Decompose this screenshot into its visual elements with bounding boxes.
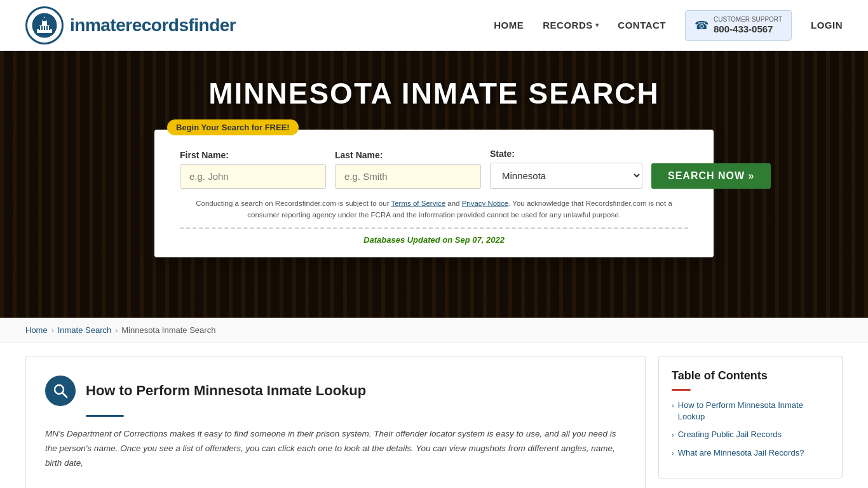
toc-sidebar: Table of Contents ›How to Perform Minnes… <box>658 356 843 478</box>
svg-rect-8 <box>44 26 45 30</box>
article-body: MN's Department of Corrections makes it … <box>45 427 626 471</box>
search-disclaimer: Conducting a search on Recordsfinder.com… <box>180 198 688 221</box>
svg-rect-9 <box>46 26 48 30</box>
toc-list: ›How to Perform Minnesota Inmate Lookup›… <box>672 400 829 459</box>
svg-rect-6 <box>39 26 40 30</box>
article-search-icon <box>45 376 76 406</box>
nav-contact[interactable]: CONTACT <box>618 20 666 30</box>
privacy-link[interactable]: Privacy Notice <box>462 200 509 207</box>
hero-title: MINNESOTA INMATE SEARCH <box>208 76 660 111</box>
svg-rect-10 <box>49 26 50 30</box>
toc-item[interactable]: ›Creating Public Jail Records <box>672 429 829 440</box>
logo-area[interactable]: inmaterecordsfinder <box>25 6 236 44</box>
main-content: How to Perform Minnesota Inmate Lookup M… <box>0 343 868 488</box>
tos-link[interactable]: Terms of Service <box>391 200 445 207</box>
first-name-label: First Name: <box>180 150 326 160</box>
logo-text: inmaterecordsfinder <box>70 15 236 36</box>
article-title: How to Perform Minnesota Inmate Lookup <box>86 383 366 399</box>
breadcrumb-sep-1: › <box>51 326 54 335</box>
breadcrumb-current: Minnesota Inmate Search <box>121 325 215 335</box>
search-form-row: First Name: Last Name: State: Minnesota … <box>180 149 688 189</box>
first-name-input[interactable] <box>180 164 326 189</box>
breadcrumb-sep-2: › <box>115 326 118 335</box>
first-name-field: First Name: <box>180 150 326 189</box>
free-badge: Begin Your Search for FREE! <box>167 119 299 135</box>
last-name-label: Last Name: <box>335 150 481 160</box>
chevron-down-icon: ▾ <box>595 22 599 29</box>
state-select[interactable]: Minnesota Alabama Alaska Arizona Califor… <box>490 163 642 189</box>
search-card: Begin Your Search for FREE! First Name: … <box>154 130 714 257</box>
svg-rect-7 <box>41 26 43 30</box>
chevron-right-icon: › <box>672 430 674 440</box>
nav-login[interactable]: LOGIN <box>811 20 843 30</box>
cs-phone: 800-433-0567 <box>714 24 782 35</box>
logo-icon <box>25 6 64 44</box>
last-name-input[interactable] <box>335 164 481 189</box>
article-heading-row: How to Perform Minnesota Inmate Lookup <box>45 376 626 406</box>
toc-item[interactable]: ›What are Minnesota Jail Records? <box>672 447 829 459</box>
chevron-right-icon: › <box>672 401 674 410</box>
state-field: State: Minnesota Alabama Alaska Arizona … <box>490 149 642 189</box>
toc-title: Table of Contents <box>672 369 829 383</box>
article-divider <box>86 415 124 417</box>
customer-support-button[interactable]: ☎ CUSTOMER SUPPORT 800-433-0567 <box>685 10 792 41</box>
chevron-right-icon: › <box>672 449 674 458</box>
svg-rect-5 <box>43 18 46 21</box>
toc-item[interactable]: ›How to Perform Minnesota Inmate Lookup <box>672 400 829 423</box>
phone-icon: ☎ <box>695 18 709 32</box>
cs-label: CUSTOMER SUPPORT <box>714 16 782 24</box>
hero-section: MINNESOTA INMATE SEARCH Begin Your Searc… <box>0 51 868 318</box>
breadcrumb-home[interactable]: Home <box>25 325 48 335</box>
nav-home[interactable]: HOME <box>494 20 524 30</box>
article-section: How to Perform Minnesota Inmate Lookup M… <box>25 356 646 488</box>
site-header: inmaterecordsfinder HOME RECORDS ▾ CONTA… <box>0 0 868 51</box>
breadcrumb: Home › Inmate Search › Minnesota Inmate … <box>0 318 868 343</box>
toc-divider <box>672 389 691 391</box>
state-label: State: <box>490 149 642 159</box>
breadcrumb-inmate-search[interactable]: Inmate Search <box>58 325 112 335</box>
db-updated: Databases Updated on Sep 07, 2022 <box>180 227 688 245</box>
nav-records[interactable]: RECORDS ▾ <box>543 20 599 30</box>
last-name-field: Last Name: <box>335 150 481 189</box>
main-nav: HOME RECORDS ▾ CONTACT ☎ CUSTOMER SUPPOR… <box>494 10 843 41</box>
search-now-button[interactable]: SEARCH NOW » <box>651 163 771 189</box>
svg-rect-3 <box>42 22 47 26</box>
svg-line-12 <box>62 393 67 397</box>
